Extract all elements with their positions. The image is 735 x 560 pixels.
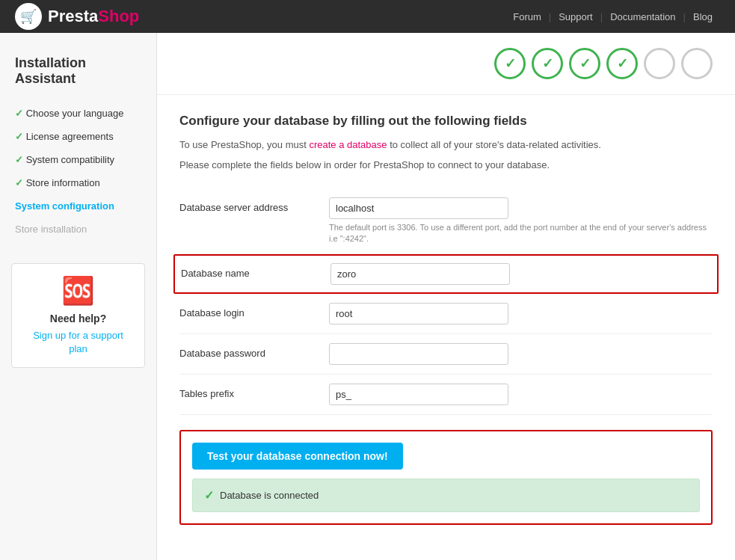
sidebar-item-store-install-label: Store installation [15,224,87,235]
db-password-input[interactable] [329,343,508,365]
db-server-input[interactable] [329,197,508,219]
tables-prefix-label: Tables prefix [179,384,329,399]
logo-icon: 🛒 [15,3,42,30]
db-server-label: Database server address [179,197,329,213]
content-area: ✓ ✓ ✓ ✓ Configure your database by filli… [157,33,735,560]
intro-link[interactable]: create a database [309,139,387,150]
db-name-label: Database name [181,263,330,279]
db-server-row: Database server address The default port… [179,188,713,255]
help-icon: 🆘 [23,275,133,307]
sidebar-item-license-label: License agreements [26,131,114,142]
nav-forum[interactable]: Forum [505,11,549,22]
db-login-label: Database login [179,303,329,319]
test-connection-button[interactable]: Test your database connection now! [192,443,403,470]
intro-line1: To use PrestaShop, you must create a dat… [179,138,713,153]
sidebar-item-store-install: Store installation [0,218,156,241]
sidebar-title: Installation Assistant [0,48,156,102]
step-indicators: ✓ ✓ ✓ ✓ [494,48,713,79]
db-password-row: Database password [179,334,713,375]
section-title: Configure your database by filling out t… [179,114,713,129]
db-server-field-wrap: The default port is 3306. To use a diffe… [329,197,713,245]
step-5 [644,48,675,79]
db-name-row: Database name [173,254,719,294]
db-password-label: Database password [179,343,329,359]
form-section: Database server address The default port… [179,188,713,416]
tables-prefix-field-wrap [329,384,713,405]
db-login-row: Database login [179,294,713,334]
logo-presta: Presta [48,7,98,25]
main-wrapper: Installation Assistant Choose your langu… [0,33,735,560]
tables-prefix-row: Tables prefix [179,375,713,415]
intro-after: to collect all of your store's data-rela… [387,139,601,150]
nav-documentation[interactable]: Documentation [603,11,683,22]
step-4: ✓ [606,48,638,79]
step-3: ✓ [569,48,600,79]
top-navbar: 🛒 PrestaShop Forum | Support | Documenta… [0,0,735,33]
db-name-input[interactable] [330,263,510,285]
test-section: Test your database connection now! ✓ Dat… [179,430,713,525]
nav-blog[interactable]: Blog [686,11,720,22]
sidebar-item-store[interactable]: Store information [0,171,156,194]
step-6 [681,48,713,79]
intro-line2: Please complete the fields below in orde… [179,158,713,173]
db-server-hint: The default port is 3306. To use a diffe… [329,222,713,245]
nav-support[interactable]: Support [551,11,600,22]
intro-before: To use PrestaShop, you must [179,139,309,150]
help-link[interactable]: Sign up for a support plan [23,329,133,356]
db-login-input[interactable] [329,303,508,324]
db-name-field-wrap [330,263,711,285]
help-title: Need help? [23,313,133,324]
db-login-field-wrap [329,303,713,324]
sidebar-item-compatibility[interactable]: System compatibility [0,148,156,171]
help-box: 🆘 Need help? Sign up for a support plan [11,263,145,368]
tables-prefix-input[interactable] [329,384,508,405]
connection-status-text: Database is connected [220,490,319,501]
sidebar-item-store-label: Store information [26,177,100,188]
sidebar-item-system-config-label: System configuration [15,200,114,212]
sidebar-item-license[interactable]: License agreements [0,125,156,148]
connection-success: ✓ Database is connected [192,479,700,512]
sidebar-item-language-label: Choose your language [26,108,124,119]
connection-check-icon: ✓ [204,488,214,502]
logo-text: PrestaShop [48,7,139,26]
sidebar-item-language[interactable]: Choose your language [0,102,156,125]
step-1: ✓ [494,48,526,79]
step-2: ✓ [532,48,563,79]
content-body: Configure your database by filling out t… [157,95,735,544]
logo: 🛒 PrestaShop [15,3,139,30]
sidebar-item-system-config[interactable]: System configuration [0,194,156,218]
logo-shop: Shop [98,7,139,25]
sidebar: Installation Assistant Choose your langu… [0,33,157,560]
db-password-field-wrap [329,343,713,365]
content-header: ✓ ✓ ✓ ✓ [157,33,735,95]
sidebar-item-compatibility-label: System compatibility [26,154,114,165]
